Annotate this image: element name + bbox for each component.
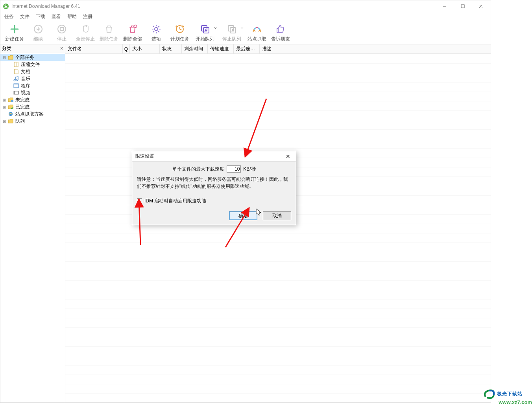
ie-icon xyxy=(7,111,14,117)
toolbar-stop-all[interactable]: 全部停止 xyxy=(74,22,97,44)
menu-download[interactable]: 下载 xyxy=(33,13,48,21)
menu-help[interactable]: 帮助 xyxy=(64,13,80,21)
video-icon xyxy=(13,90,19,96)
plus-icon xyxy=(9,23,20,35)
clock-icon xyxy=(174,23,186,35)
resume-icon xyxy=(32,23,44,35)
svg-rect-32 xyxy=(18,91,18,94)
svg-point-25 xyxy=(256,27,258,28)
menu-file[interactable]: 文件 xyxy=(17,13,33,21)
sidebar-close-button[interactable]: × xyxy=(60,45,63,51)
col-timeleft[interactable]: 剩余时间 xyxy=(182,44,208,53)
document-icon xyxy=(13,68,19,75)
svg-line-15 xyxy=(153,26,154,27)
category-tree: ⊟ 全部任务 压缩文件 文档 音乐 程序 xyxy=(0,53,65,125)
dialog-title: 限速设置 xyxy=(135,153,154,160)
col-size[interactable]: 大小 xyxy=(130,44,160,53)
hand-icon xyxy=(79,23,91,35)
toolbar-options[interactable]: 选项 xyxy=(144,22,168,44)
toolbar-start-queue[interactable]: 开始队列 xyxy=(192,22,218,44)
maximize-button[interactable] xyxy=(454,0,472,12)
col-filename[interactable]: 文件名 xyxy=(65,44,123,53)
toolbar-delete[interactable]: 删除任务 xyxy=(97,22,121,44)
dialog-close-button[interactable]: ✕ xyxy=(283,153,293,160)
music-icon xyxy=(13,75,19,82)
expand-icon[interactable]: ⊞ xyxy=(2,105,7,109)
menubar: 任务 文件 下载 查看 帮助 注册 xyxy=(0,12,491,21)
svg-point-7 xyxy=(58,25,66,33)
col-lasttry[interactable]: 最后连… xyxy=(234,44,260,53)
unit-label: KB/秒 xyxy=(243,166,255,173)
chevron-down-icon[interactable] xyxy=(240,26,244,29)
svg-rect-8 xyxy=(60,28,63,31)
toolbar-scheduler[interactable]: 计划任务 xyxy=(168,22,192,44)
toolbar-resume[interactable]: 继续 xyxy=(26,22,50,44)
checkbox-label: IDM 启动时自动启用限速功能 xyxy=(144,198,206,204)
col-status[interactable]: 状态 xyxy=(160,44,182,53)
dialog-titlebar[interactable]: 限速设置 ✕ xyxy=(132,151,296,162)
watermark: 极光下载站 www.xz7.com xyxy=(483,388,532,405)
chevron-down-icon[interactable] xyxy=(214,26,217,29)
watermark-brand: 极光下载站 xyxy=(497,391,523,397)
ok-button[interactable]: 确定 xyxy=(229,211,257,220)
tree-queue[interactable]: ⊞ 队列 xyxy=(0,118,65,125)
toolbar-delete-all[interactable]: 删除全部 xyxy=(121,22,144,44)
svg-line-18 xyxy=(153,31,154,32)
menu-tasks[interactable]: 任务 xyxy=(1,13,17,21)
folder-icon xyxy=(7,54,14,61)
gear-icon xyxy=(150,23,162,35)
tree-unfinished[interactable]: ⊞ 未完成 xyxy=(0,96,65,103)
toolbar-new[interactable]: 新建任务 xyxy=(3,22,26,44)
toolbar-stop[interactable]: 停止 xyxy=(50,22,74,44)
expand-icon[interactable]: ⊞ xyxy=(2,119,7,123)
tree-grabbed[interactable]: 站点抓取方案 xyxy=(0,110,65,118)
max-speed-label: 单个文件的最大下载速度 xyxy=(172,166,224,173)
folder-unfinished-icon xyxy=(7,97,14,103)
col-q[interactable]: Q xyxy=(123,44,130,53)
tree-docs[interactable]: 文档 xyxy=(0,68,65,75)
cancel-button[interactable]: 取消 xyxy=(263,211,291,220)
app-icon xyxy=(3,3,9,9)
download-grid[interactable] xyxy=(65,54,491,402)
start-queue-icon xyxy=(199,23,211,35)
watermark-logo-icon xyxy=(483,388,495,400)
minimize-button[interactable] xyxy=(436,0,454,12)
tree-music[interactable]: 音乐 xyxy=(0,75,65,82)
tree-archive[interactable]: 压缩文件 xyxy=(0,61,65,68)
toolbar-stop-queue[interactable]: 停止队列 xyxy=(218,22,245,44)
stop-icon xyxy=(56,23,68,35)
expand-icon[interactable]: ⊞ xyxy=(2,98,7,102)
svg-rect-31 xyxy=(14,91,15,94)
col-speed[interactable]: 传输速度 xyxy=(208,44,234,53)
sidebar-title: 分类 xyxy=(2,45,11,52)
svg-line-16 xyxy=(158,31,159,32)
sidebar-header: 分类 xyxy=(0,44,65,53)
menu-register[interactable]: 注册 xyxy=(80,13,96,21)
column-headers: 文件名 Q 大小 状态 剩余时间 传输速度 最后连… 描述 xyxy=(65,44,491,54)
speed-limit-dialog: 限速设置 ✕ 单个文件的最大下载速度 KB/秒 请注意：当速度被限制得太低时，网… xyxy=(132,151,296,225)
tree-all-tasks[interactable]: ⊟ 全部任务 xyxy=(0,54,65,61)
max-speed-input[interactable] xyxy=(227,165,241,173)
svg-rect-3 xyxy=(461,5,464,8)
titlebar: Internet Download Manager 6.41 xyxy=(0,0,491,12)
tree-video[interactable]: 视频 xyxy=(0,89,65,96)
toolbar-grabber[interactable]: 站点抓取 xyxy=(245,22,269,44)
thumb-icon xyxy=(275,23,286,35)
svg-point-33 xyxy=(11,100,13,102)
col-desc[interactable]: 描述 xyxy=(260,44,491,53)
collapse-icon[interactable]: ⊟ xyxy=(2,55,7,60)
menu-view[interactable]: 查看 xyxy=(48,13,64,21)
toolbar-tell-friend[interactable]: 告诉朋友 xyxy=(269,22,292,44)
warning-text: 请注意：当速度被限制得太低时，网络服务器可能会断开连接！因此，我们不推荐针对不支… xyxy=(137,176,291,190)
svg-rect-24 xyxy=(232,29,234,31)
svg-line-17 xyxy=(158,26,159,27)
tree-finished[interactable]: ⊞ 已完成 xyxy=(0,103,65,110)
tree-apps[interactable]: 程序 xyxy=(0,82,65,89)
trash-icon xyxy=(103,23,115,35)
stop-queue-icon xyxy=(226,23,238,35)
svg-point-10 xyxy=(155,28,158,31)
app-window-icon xyxy=(13,83,19,89)
close-button[interactable] xyxy=(472,0,490,12)
watermark-url: www.xz7.com xyxy=(499,399,532,405)
auto-enable-checkbox[interactable]: IDM 启动时自动启用限速功能 xyxy=(137,198,291,204)
